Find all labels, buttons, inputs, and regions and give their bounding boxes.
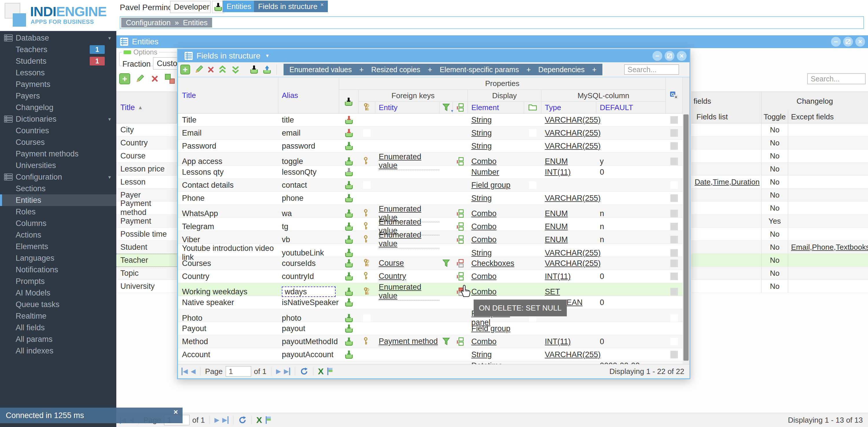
cell-entity[interactable]: Country	[375, 270, 439, 283]
field-row[interactable]: Contact details contact Field group	[178, 179, 683, 192]
cell-type[interactable]: VARCHAR(255)	[541, 257, 596, 270]
sidebar-item[interactable]: Prompts	[0, 276, 116, 287]
cell-foreign-key[interactable]	[359, 296, 375, 309]
cell-foreign-key[interactable]	[359, 348, 375, 361]
chevron-down-icon[interactable]: ▼	[265, 53, 270, 58]
sidebar-item[interactable]: Entities	[0, 194, 116, 206]
field-row[interactable]: Phone phone String VARCHAR(255)	[178, 192, 683, 205]
add-field-button[interactable]: +	[180, 65, 190, 75]
title-column-header[interactable]: Title	[178, 77, 278, 113]
sidebar-item[interactable]: Courses	[0, 137, 116, 148]
cell-filter[interactable]	[439, 166, 453, 178]
sidebar-item[interactable]: Database ▼	[0, 32, 116, 44]
sidebar-item[interactable]: All indexes	[0, 345, 116, 357]
flag-button[interactable]	[327, 367, 334, 376]
cell-import[interactable]	[339, 270, 359, 283]
resized-copies-link[interactable]: Resized copies	[371, 65, 421, 74]
edit-button[interactable]	[134, 73, 145, 84]
cell-type[interactable]: VARCHAR(255)	[541, 140, 596, 152]
cell-type[interactable]	[541, 322, 596, 335]
cell-filter[interactable]	[439, 179, 453, 192]
cell-checkbox[interactable]	[666, 140, 683, 152]
cell-filter[interactable]	[439, 257, 453, 270]
alias-edit-input[interactable]: wdays	[282, 286, 336, 297]
field-link[interactable]: Email	[791, 243, 810, 252]
title-column-header[interactable]: Title ▲	[116, 91, 177, 123]
close-button[interactable]: ×	[677, 51, 687, 61]
sidebar-item[interactable]: Payment methods	[0, 148, 116, 160]
cell-filter[interactable]	[439, 140, 453, 152]
cell-element[interactable]: String	[468, 348, 524, 361]
dialog-titlebar[interactable]: Fields in structure ▼ − ×	[178, 50, 689, 62]
cell-checkbox[interactable]	[666, 257, 683, 270]
tab-fields-in-structure[interactable]: Fields in structure ×	[254, 1, 328, 12]
cell-element-icon[interactable]	[453, 348, 468, 361]
last-page-button[interactable]: ▶	[222, 416, 228, 424]
cell-element[interactable]: Field group	[468, 322, 524, 335]
element-specific-params-link[interactable]: Element-specific params	[440, 65, 519, 74]
sidebar-item[interactable]: Payments	[0, 79, 116, 90]
cell-foreign-key[interactable]	[359, 257, 375, 270]
field-row[interactable]: App access toggle Enumerated value Combo…	[178, 153, 683, 166]
dependencies-link[interactable]: Dependencies	[538, 65, 585, 74]
import-button[interactable]	[249, 65, 259, 74]
fields-list-header[interactable]: Fields list	[691, 111, 762, 123]
changelog-row[interactable]: No	[691, 189, 868, 202]
maximize-button[interactable]	[843, 37, 853, 47]
cell-checkbox[interactable]	[666, 114, 683, 126]
cell-import[interactable]	[339, 257, 359, 270]
close-icon[interactable]: ×	[174, 407, 178, 417]
field-row[interactable]: Telegram tg Enumerated value Combo ENUM …	[178, 218, 683, 231]
first-page-button[interactable]: ◀	[181, 368, 188, 375]
vertical-scrollbar[interactable]	[683, 77, 689, 364]
cell-checkbox[interactable]	[666, 322, 683, 335]
entity-row[interactable]: Student	[116, 241, 177, 254]
export-excel-button[interactable]: X	[318, 366, 324, 376]
cell-foreign-key[interactable]	[359, 166, 375, 178]
cell-import[interactable]	[339, 296, 359, 309]
field-row[interactable]: Photo photo File-upload panel	[178, 309, 683, 322]
sidebar-item[interactable]: Teachers 1	[0, 44, 116, 55]
cell-entity[interactable]	[375, 114, 439, 126]
cell-element-icon[interactable]	[453, 270, 468, 283]
sidebar-item[interactable]: Actions	[0, 229, 116, 241]
cell-entity[interactable]: Payment method	[375, 335, 439, 348]
close-button[interactable]: ×	[855, 37, 865, 47]
cell-filter[interactable]	[439, 126, 453, 139]
refresh-button[interactable]	[238, 416, 247, 424]
last-page-button[interactable]: ▶	[284, 368, 290, 375]
minimize-button[interactable]: −	[652, 51, 662, 61]
sidebar-item[interactable]: Languages	[0, 252, 116, 264]
changelog-row[interactable]: No	[691, 254, 868, 267]
cell-type[interactable]: INT(11)	[541, 335, 596, 348]
sidebar-item[interactable]: Lessons	[0, 67, 116, 79]
sidebar-item[interactable]: All params	[0, 334, 116, 345]
next-page-button[interactable]: ▶	[214, 416, 219, 424]
sidebar-item[interactable]: AI Models	[0, 287, 116, 299]
cell-element[interactable]: String	[468, 126, 524, 139]
sidebar-item[interactable]: Students 1	[0, 55, 116, 67]
move-up-button[interactable]	[218, 65, 227, 74]
cell-entity[interactable]	[375, 192, 439, 204]
cell-import[interactable]	[339, 140, 359, 152]
chevron-down-icon[interactable]: ▼	[107, 36, 112, 40]
cell-foreign-key[interactable]	[359, 140, 375, 152]
delete-field-button[interactable]: ×	[208, 64, 214, 75]
delete-button[interactable]: ×	[149, 73, 160, 84]
cell-foreign-key[interactable]	[359, 322, 375, 335]
cell-checkbox[interactable]	[666, 335, 683, 348]
cell-import[interactable]	[339, 335, 359, 348]
cell-type[interactable]: VARCHAR(255)	[541, 114, 596, 126]
cell-foreign-key[interactable]	[359, 192, 375, 204]
changelog-row[interactable]: No	[691, 228, 868, 241]
cell-checkbox[interactable]	[666, 166, 683, 178]
cell-checkbox[interactable]	[666, 179, 683, 192]
entity-row[interactable]: Country	[116, 137, 177, 149]
cell-import[interactable]	[339, 166, 359, 178]
search-input[interactable]	[807, 73, 866, 84]
field-row[interactable]: Native speaker isNativeSpeaker BOOLEAN 0	[178, 296, 683, 309]
role-select[interactable]: Developer	[170, 1, 211, 13]
changelog-row[interactable]: No	[691, 137, 868, 149]
field-link[interactable]: Time	[713, 177, 729, 187]
sidebar-item[interactable]: Countries	[0, 125, 116, 137]
